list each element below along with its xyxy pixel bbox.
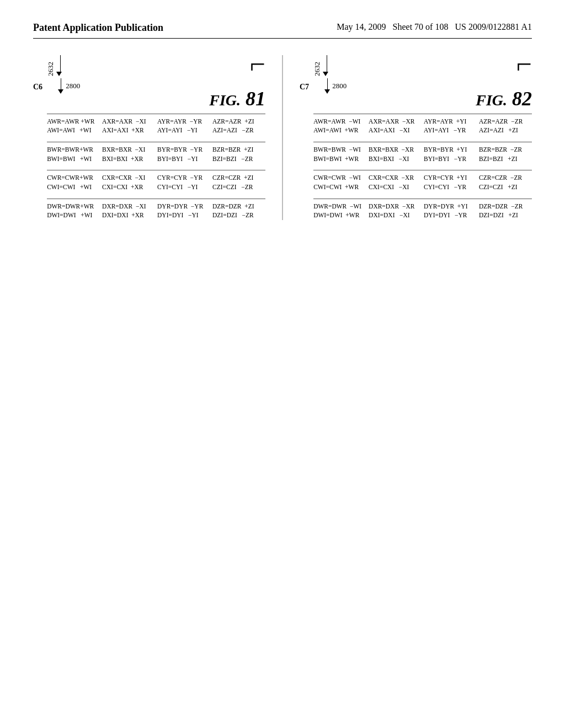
fig81-r3-c2: DXR=DXR −XI DXI=DXI +XR xyxy=(102,202,155,220)
header-date: May 14, 2009 xyxy=(337,22,386,31)
fig81-r1-c3: BYR=BYR −YR BYI=BYI −YI xyxy=(157,145,210,163)
fig82-row-0: AWR=AWR −WI AWI=AWI +WR AXR=AXR −XR AXI=… xyxy=(313,114,532,135)
fig82-r2-c4: CZR=CZR −ZR CZI=CZI +ZI xyxy=(479,173,532,191)
fig81-ref-2800: 2800 xyxy=(66,82,80,90)
fig82-number: FIG. 82 xyxy=(476,87,532,110)
fig82-refs: 2632 2800 xyxy=(313,55,347,97)
page-header: Patent Application Publication May 14, 2… xyxy=(33,22,532,39)
fig81-row-3: DWR=DWR+WR DWI=DWI +WI DXR=DXR −XI DXI=D… xyxy=(47,199,265,220)
figures-container: C6 2632 xyxy=(33,55,532,220)
header-info: May 14, 2009 Sheet 70 of 108 US 2009/012… xyxy=(337,22,532,32)
fig81-r3-c3: DYR=DYR −YR DYI=DYI −YI xyxy=(157,202,210,220)
fig81-r2-c2: CXR=CXR −XI CXI=CXI +XR xyxy=(102,173,155,191)
fig81-header-row: 2632 2800 xyxy=(47,55,265,110)
fig81-r2-c3: CYR=CYR −YR CYI=CYI −YI xyxy=(157,173,210,191)
fig82-r2-c1: CWR=CWR −WI CWI=CWI +WR xyxy=(313,173,366,191)
fig81-c-label: C6 xyxy=(33,55,42,220)
fig82-ref-2632: 2632 xyxy=(313,62,321,76)
fig81-r3-c1: DWR=DWR+WR DWI=DWI +WI xyxy=(47,202,100,220)
fig82-r2-c2: CXR=CXR −XR CXI=CXI −XI xyxy=(369,173,422,191)
fig82-header-row: 2632 2800 xyxy=(313,55,532,110)
fig81-r2-c4: CZR=CZR +ZI CZI=CZI −ZR xyxy=(212,173,265,191)
fig81-inner: 2632 2800 xyxy=(47,55,265,220)
fig82-ref-2800: 2800 xyxy=(332,82,347,90)
fig81-r1-c1: BWR=BWR+WR BWI=BWI +WI xyxy=(47,145,100,163)
fig81-row-0: AWR=AWR +WR AWI=AWI +WI AXR=AXR −XI AXI=… xyxy=(47,114,265,135)
fig81-r2-c1: CWR=CWR+WR CWI=CWI +WI xyxy=(47,173,100,191)
fig81-r0-c1: AWR=AWR +WR AWI=AWI +WI xyxy=(47,117,100,135)
fig81-title-area: ⌐ FIG. 81 xyxy=(209,55,265,110)
fig81-ref-2632: 2632 xyxy=(47,62,54,76)
fig82-r1-c3: BYR=BYR +YI BYI=BYI −YR xyxy=(424,145,477,163)
fig81-number: FIG. 81 xyxy=(209,87,265,110)
fig81-r1-c4: BZR=BZR +ZI BZI=BZI −ZR xyxy=(212,145,265,163)
fig82-r1-c1: BWR=BWR −WI BWI=BWI +WR xyxy=(313,145,366,163)
fig82-r1-c4: BZR=BZR −ZR BZI=BZI +ZI xyxy=(479,145,532,163)
fig82-inner: 2632 2800 xyxy=(313,55,532,220)
fig82-section: C7 2632 xyxy=(300,55,532,220)
fig81-section: C6 2632 xyxy=(33,55,265,220)
fig82-r1-c2: BXR=BXR −XR BXI=BXI −XI xyxy=(369,145,422,163)
fig82-r3-c1: DWR=DWR −WI DWI=DWI +WR xyxy=(313,202,366,220)
publication-title: Patent Application Publication xyxy=(33,22,163,34)
fig82-r3-c3: DYR=DYR +YI DYI=DYI −YR xyxy=(424,202,477,220)
fig81-row-1: BWR=BWR+WR BWI=BWI +WI BXR=BXR −XI BXI=B… xyxy=(47,142,265,163)
fig82-row-3: DWR=DWR −WI DWI=DWI +WR DXR=DXR −XR DXI=… xyxy=(313,199,532,220)
header-sheet: Sheet 70 of 108 xyxy=(393,22,449,31)
header-patent: US 2009/0122881 A1 xyxy=(455,22,532,31)
fig81-r0-c2: AXR=AXR −XI AXI=AXI +XR xyxy=(102,117,155,135)
fig82-r0-c3: AYR=AYR +YI AYI=AYI −YR xyxy=(424,117,477,135)
fig81-refs: 2632 2800 xyxy=(47,55,80,97)
fig82-r3-c4: DZR=DZR −ZR DZI=DZI +ZI xyxy=(479,202,532,220)
fig82-r3-c2: DXR=DXR −XR DXI=DXI −XI xyxy=(369,202,422,220)
fig82-row-2: CWR=CWR −WI CWI=CWI +WR CXR=CXR −XR CXI=… xyxy=(313,170,532,191)
fig81-r3-c4: DZR=DZR +ZI DZI=DZI −ZR xyxy=(212,202,265,220)
fig82-c-label: C7 xyxy=(300,55,309,220)
page: Patent Application Publication May 14, 2… xyxy=(0,0,565,728)
fig82-r0-c1: AWR=AWR −WI AWI=AWI +WR xyxy=(313,117,366,135)
fig82-title-area: ⌐ FIG. 82 xyxy=(476,55,532,110)
vertical-divider xyxy=(282,55,283,220)
fig82-r0-c2: AXR=AXR −XR AXI=AXI −XI xyxy=(369,117,422,135)
fig82-r2-c3: CYR=CYR +YI CYI=CYI −YR xyxy=(424,173,477,191)
fig82-data-rows: AWR=AWR −WI AWI=AWI +WR AXR=AXR −XR AXI=… xyxy=(313,114,532,220)
fig81-r0-c3: AYR=AYR −YR AYI=AYI −YI xyxy=(157,117,210,135)
fig82-r0-c4: AZR=AZR −ZR AZI=AZI +ZI xyxy=(479,117,532,135)
fig81-data-rows: AWR=AWR +WR AWI=AWI +WI AXR=AXR −XI AXI=… xyxy=(47,114,265,220)
fig81-r0-c4: AZR=AZR +ZI AZI=AZI −ZR xyxy=(212,117,265,135)
fig82-row-1: BWR=BWR −WI BWI=BWI +WR BXR=BXR −XR BXI=… xyxy=(313,142,532,163)
fig81-row-2: CWR=CWR+WR CWI=CWI +WI CXR=CXR −XI CXI=C… xyxy=(47,170,265,191)
fig81-r1-c2: BXR=BXR −XI BXI=BXI +XR xyxy=(102,145,155,163)
